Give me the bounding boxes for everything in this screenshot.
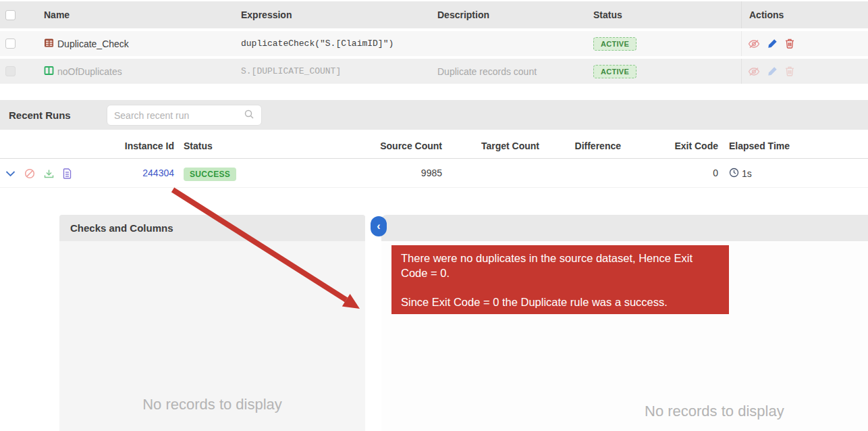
column-header-elapsed-time: Elapsed Time: [729, 141, 790, 151]
check-description: Duplicate records count: [437, 66, 537, 77]
row-checkbox[interactable]: [5, 66, 16, 76]
chevron-left-icon: ‹: [377, 220, 380, 232]
check-name[interactable]: noOfDuplicates: [57, 66, 122, 77]
column-header-status: Status: [184, 141, 213, 151]
run-detail-panel: There were no duplicates in the source d…: [381, 215, 868, 431]
instance-id-link[interactable]: 244304: [142, 168, 174, 178]
select-all-checkbox[interactable]: [5, 10, 16, 20]
column-divider: [741, 59, 742, 84]
column-header-difference: Difference: [547, 141, 621, 151]
checks-table-header: Name Expression Description Status Actio…: [0, 1, 868, 28]
check-expression: S.[DUPLICATE_COUNT]: [241, 66, 341, 76]
edit-pencil-icon[interactable]: [767, 66, 778, 76]
annotation-line-2: Since Exit Code = 0 the Duplicate rule w…: [401, 295, 720, 310]
checks-and-columns-panel: Checks and Columns No records to display: [59, 215, 365, 431]
annotation-line-1: There were no duplicates in the source d…: [401, 251, 720, 281]
clock-icon: [729, 168, 739, 180]
eye-off-icon[interactable]: [748, 67, 760, 76]
row-checkbox[interactable]: [5, 39, 16, 49]
status-badge: ACTIVE: [593, 37, 636, 51]
columns-icon: [44, 66, 54, 78]
table-grid-icon: [44, 38, 54, 50]
eye-off-icon[interactable]: [748, 39, 760, 49]
chevron-down-icon[interactable]: [5, 170, 16, 177]
recent-runs-search[interactable]: [107, 105, 262, 126]
column-header-name: Name: [44, 9, 70, 20]
column-header-actions: Actions: [749, 9, 784, 20]
annotation-note: There were no duplicates in the source d…: [391, 245, 729, 314]
run-row: 244304 SUCCESS 9985 0 1s: [0, 159, 868, 188]
check-row-duplicate-check: Duplicate_Check duplicateCheck("S.[Claim…: [0, 31, 868, 56]
panel-header: [381, 215, 868, 241]
status-badge: ACTIVE: [593, 65, 636, 78]
recent-runs-title: Recent Runs: [9, 109, 71, 121]
check-row-no-of-duplicates: noOfDuplicates S.[DUPLICATE_COUNT] Dupli…: [0, 59, 868, 84]
empty-state-text: No records to display: [59, 396, 365, 413]
elapsed-time-value: 1s: [742, 168, 752, 179]
empty-state-text: No records to display: [645, 403, 784, 420]
column-divider: [741, 1, 742, 28]
exit-code-value: 0: [651, 168, 718, 178]
source-count-value: 9985: [368, 168, 442, 178]
trash-icon[interactable]: [785, 39, 794, 49]
trash-icon[interactable]: [785, 66, 794, 76]
column-header-status: Status: [593, 9, 622, 20]
column-header-expression: Expression: [241, 9, 292, 20]
download-icon[interactable]: [44, 169, 54, 179]
runs-table-header: Instance Id Status Source Count Target C…: [0, 135, 868, 159]
edit-pencil-icon[interactable]: [767, 39, 778, 49]
run-status-badge: SUCCESS: [184, 168, 236, 181]
search-icon: [244, 109, 254, 122]
check-name[interactable]: Duplicate_Check: [57, 39, 129, 49]
check-expression: duplicateCheck("S.[ClaimID]"): [241, 39, 394, 49]
column-header-instance-id: Instance Id: [107, 141, 174, 151]
recent-runs-bar: Recent Runs: [0, 100, 868, 130]
panel-collapse-button[interactable]: ‹: [371, 216, 387, 236]
cancel-icon[interactable]: [24, 168, 35, 179]
column-header-exit-code: Exit Code: [651, 141, 718, 151]
search-input[interactable]: [114, 110, 244, 121]
column-header-target-count: Target Count: [465, 141, 539, 151]
column-divider: [741, 31, 742, 56]
panel-title: Checks and Columns: [59, 215, 365, 241]
file-icon[interactable]: [63, 168, 72, 179]
column-header-source-count: Source Count: [368, 141, 442, 151]
column-header-description: Description: [437, 9, 489, 20]
